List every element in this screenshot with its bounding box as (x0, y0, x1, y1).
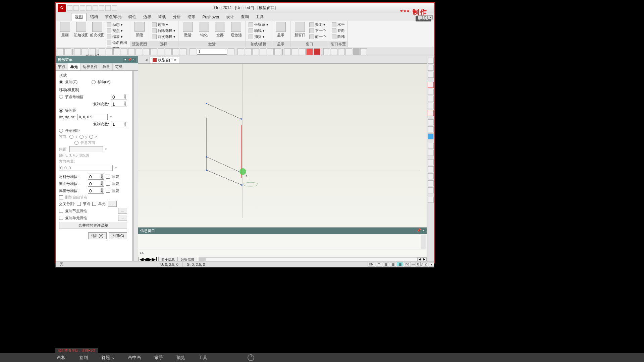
tab-close-icon[interactable]: × (174, 58, 176, 62)
mat-repeat-check[interactable] (106, 175, 110, 179)
node-incr-radio[interactable] (59, 95, 63, 99)
select-circle-icon[interactable] (113, 48, 120, 55)
copy-node-attr-check[interactable] (59, 209, 63, 213)
tool-icon[interactable] (180, 48, 186, 55)
copy-radio[interactable] (59, 80, 63, 84)
tool-icon[interactable] (291, 48, 298, 55)
command-line-input[interactable] (145, 251, 425, 255)
vtool-icon[interactable] (428, 159, 434, 165)
ribbon-全部[interactable]: 全部 (213, 22, 227, 38)
tool-icon[interactable] (89, 48, 96, 55)
tool-icon[interactable] (353, 48, 360, 55)
qat-preview-icon[interactable] (105, 5, 111, 11)
cross-more-button[interactable]: ... (108, 201, 117, 207)
ribbon-竖向[interactable]: 竖向 (331, 28, 345, 34)
equal-dist-radio[interactable] (59, 109, 63, 113)
qat-print-icon[interactable] (86, 5, 92, 11)
ribbon-坐标系 ▾[interactable]: 坐标系 ▾ (248, 22, 269, 27)
vtool-icon[interactable] (428, 65, 434, 71)
pan-icon[interactable] (428, 133, 434, 139)
thk-repeat-check[interactable] (106, 189, 110, 193)
tool-icon[interactable] (252, 48, 259, 55)
tool-icon[interactable] (260, 48, 266, 55)
redo-icon[interactable] (64, 48, 71, 55)
host-画中画[interactable]: 画中画 (128, 355, 141, 361)
qat-open-icon[interactable] (73, 5, 79, 11)
merge-tol-button[interactable]: 合并时的容许误差 (59, 222, 127, 229)
host-画板[interactable]: 画板 (57, 355, 66, 361)
mdi-restore-icon[interactable]: □ (423, 15, 428, 19)
qat-dropdown-icon[interactable] (112, 5, 117, 11)
host-工具[interactable]: 工具 (199, 355, 207, 361)
qat-undo-icon[interactable] (93, 5, 98, 11)
ribbon-新窗口[interactable]: 新窗口 (292, 22, 307, 38)
vtool-icon[interactable] (428, 82, 434, 88)
status-btn[interactable]: ▦ (390, 262, 396, 266)
vtool-icon[interactable] (428, 58, 434, 64)
tool-icon[interactable] (338, 48, 345, 55)
dxdydz-input[interactable] (77, 114, 108, 120)
command-input[interactable] (197, 49, 227, 55)
ribbon-消隐[interactable]: 消隐 (132, 22, 147, 38)
host-预览[interactable]: 预览 (176, 355, 185, 361)
menu-设计[interactable]: 设计 (223, 13, 237, 21)
tool-icon[interactable] (82, 48, 88, 55)
unit-length[interactable]: m (376, 262, 382, 266)
vtool-icon[interactable] (428, 187, 434, 193)
tool-icon[interactable] (331, 48, 337, 55)
cross-node-check[interactable] (77, 202, 81, 206)
outer-scrollbar[interactable] (134, 71, 138, 262)
zoom-out-icon[interactable] (428, 103, 434, 109)
ribbon-关闭 ▾[interactable]: 关闭 ▾ (309, 22, 327, 27)
vtool-icon[interactable] (428, 110, 434, 116)
doc-tab-model[interactable]: 模型窗口 × (150, 57, 179, 63)
mdi-minimize-icon[interactable]: _ (418, 15, 423, 19)
pin-icon[interactable]: 📌 (417, 228, 421, 232)
tool-icon[interactable] (74, 48, 81, 55)
status-btn[interactable]: 2 (423, 262, 428, 266)
tool-icon[interactable] (306, 48, 313, 55)
panel-tab-质量[interactable]: 质量 (100, 63, 113, 70)
ribbon-动态 ▾[interactable]: 动态 ▾ (106, 22, 128, 27)
menu-结果[interactable]: 结果 (184, 13, 199, 21)
node-attr-more-button[interactable]: ... (118, 208, 127, 214)
tool-icon[interactable] (237, 48, 244, 55)
tab-nav-left-icon[interactable]: ◀ (145, 58, 148, 62)
menu-工具[interactable]: 工具 (252, 13, 267, 21)
copy-elem-attr-check[interactable] (59, 216, 63, 220)
node-incr-spinner[interactable]: ▴▾ (111, 94, 127, 100)
tool-icon[interactable] (345, 48, 352, 55)
tool-icon[interactable] (274, 48, 281, 55)
ribbon-选择 ▾[interactable]: 选择 ▾ (151, 22, 176, 27)
vtool-icon[interactable] (428, 72, 434, 78)
dropdown-icon[interactable] (228, 48, 234, 55)
tool-icon[interactable] (136, 48, 142, 55)
tool-icon[interactable] (158, 48, 164, 55)
copy-times-spinner-2[interactable]: ▴▾ (111, 121, 127, 127)
ribbon-水平[interactable]: 水平 (331, 22, 345, 27)
close-icon[interactable]: × (423, 228, 425, 232)
ribbon-显示[interactable]: 显示 (273, 22, 288, 38)
tool-icon[interactable] (245, 48, 252, 55)
info-scrollbar[interactable] (421, 235, 426, 249)
tool-icon[interactable] (267, 48, 274, 55)
ribbon-钝化[interactable]: 钝化 (197, 22, 211, 38)
status-btn[interactable]: no (404, 262, 411, 266)
vtool-icon[interactable] (428, 126, 434, 132)
status-btn[interactable]: 0 (416, 262, 421, 266)
menu-视图[interactable]: 视图 (71, 13, 87, 21)
hscroll-left-icon[interactable]: ◀ (417, 257, 422, 261)
ribbon-重画[interactable]: 重画 (58, 22, 72, 38)
menu-分析[interactable]: 分析 (169, 13, 184, 21)
tool-icon[interactable] (323, 48, 330, 55)
ribbon-前次选择 ▾[interactable]: 前次选择 ▾ (151, 34, 176, 40)
zoom-window-icon[interactable] (428, 119, 434, 125)
ribbon-初始视图[interactable]: 初始视图 (74, 22, 89, 38)
pin-icon[interactable]: 📌 (127, 58, 131, 62)
ribbon-前一个[interactable]: 前一个 (309, 34, 327, 40)
ribbon-阶梯[interactable]: 阶梯 (331, 34, 345, 40)
elem-attr-more-button[interactable]: ... (118, 215, 127, 221)
panel-tab-节点[interactable]: 节点 (56, 63, 68, 70)
status-btn[interactable] (412, 264, 415, 265)
sec-repeat-check[interactable] (106, 182, 110, 186)
